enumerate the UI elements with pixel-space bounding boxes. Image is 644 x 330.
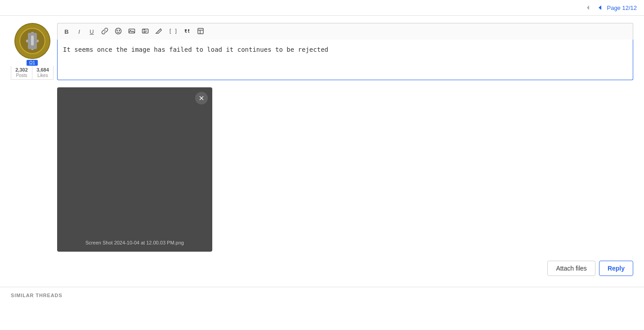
emoji-button[interactable] (112, 26, 124, 37)
link-icon (101, 27, 108, 36)
emoji-icon (115, 27, 122, 36)
svg-point-8 (119, 30, 120, 31)
pagination-first-button[interactable] (583, 4, 593, 12)
attachment-button[interactable] (139, 26, 151, 37)
svg-point-7 (117, 30, 118, 31)
link-button[interactable] (99, 26, 111, 37)
main-content: Ω1 2,302 Posts 3,684 Likes B I (0, 16, 644, 287)
svg-rect-4 (26, 40, 39, 42)
eraser-icon (155, 27, 162, 36)
attachment-close-button[interactable] (195, 92, 208, 104)
svg-rect-12 (143, 29, 145, 30)
quote-icon (183, 27, 191, 36)
attachment-preview: Screen Shot 2024-10-04 at 12.00.03 PM.pn… (57, 87, 212, 252)
top-bar: Page 12/12 (0, 0, 644, 16)
pagination-label: Page 12/12 (607, 5, 637, 11)
bold-button[interactable]: B (61, 26, 72, 37)
code-button[interactable]: [ ] (166, 26, 179, 37)
svg-line-15 (158, 30, 160, 32)
attachment-icon (142, 27, 149, 36)
svg-rect-16 (198, 28, 203, 34)
code-icon: [ ] (169, 28, 177, 35)
attachment-area: Screen Shot 2024-10-04 at 12.00.03 PM.pn… (57, 87, 633, 253)
composer-row: Ω1 2,302 Posts 3,684 Likes B I (11, 23, 633, 82)
svg-point-6 (116, 28, 121, 34)
underline-icon: U (89, 28, 94, 35)
template-icon (197, 27, 204, 36)
username-badge: Ω1 (27, 60, 38, 66)
svg-rect-3 (31, 32, 34, 50)
attach-files-button[interactable]: Attach files (547, 261, 595, 276)
underline-button[interactable]: U (86, 26, 97, 37)
avatar (14, 23, 50, 59)
svg-point-5 (30, 39, 35, 43)
composer-box: B I U (57, 23, 633, 82)
image-icon (128, 27, 135, 36)
reply-textarea[interactable] (57, 40, 633, 80)
posts-stat: 2,302 Posts (11, 66, 32, 79)
image-button[interactable] (126, 26, 138, 37)
similar-threads-title: SIMILAR THREADS (11, 293, 633, 298)
quote-button[interactable] (181, 26, 193, 37)
bold-icon: B (64, 28, 68, 35)
action-row: Attach files Reply (11, 253, 633, 280)
eraser-button[interactable] (153, 26, 165, 37)
reply-button[interactable]: Reply (599, 261, 633, 276)
pagination-prev-button[interactable] (596, 4, 604, 12)
user-sidebar: Ω1 2,302 Posts 3,684 Likes (11, 23, 54, 80)
italic-icon: I (78, 28, 80, 35)
attachment-filename: Screen Shot 2024-10-04 at 12.00.03 PM.pn… (57, 240, 212, 245)
template-button[interactable] (195, 26, 206, 37)
toolbar: B I U (57, 23, 633, 40)
pagination: Page 12/12 (583, 4, 637, 12)
likes-stat: 3,684 Likes (32, 66, 53, 79)
italic-button[interactable]: I (74, 26, 85, 37)
similar-threads-section: SIMILAR THREADS (0, 287, 644, 298)
user-stats: 2,302 Posts 3,684 Likes (11, 66, 54, 80)
